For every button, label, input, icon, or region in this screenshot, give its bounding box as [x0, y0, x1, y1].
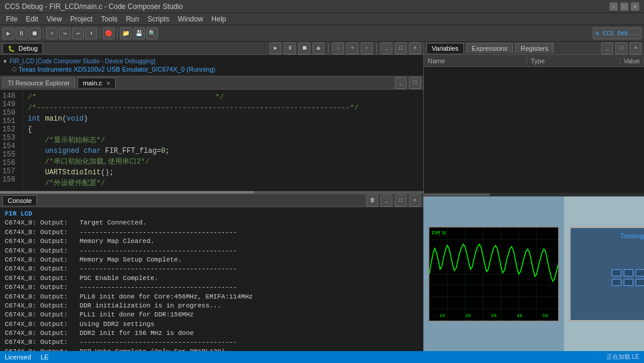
debug-toolbar-resume[interactable]: ▶: [270, 42, 281, 54]
debug-sep2: [376, 43, 377, 54]
debug-toolbar-suspend[interactable]: ⏸: [284, 42, 296, 54]
console-line-sep1: C674X_0: Output: -----------------------…: [5, 228, 419, 237]
debug-maximize[interactable]: □: [395, 42, 407, 54]
window-controls[interactable]: − □ ×: [609, 2, 639, 11]
debug-minimize[interactable]: _: [380, 42, 392, 54]
editor-scrollbar[interactable]: [0, 191, 423, 193]
vars-minimize[interactable]: _: [601, 42, 613, 54]
toolbar-btn-4[interactable]: ↷: [46, 27, 58, 39]
menu-tools[interactable]: Tools: [97, 13, 121, 24]
status-licensed: Licensed: [5, 353, 31, 361]
tab-console[interactable]: Console: [2, 195, 37, 205]
debug-icon: 🐛: [8, 45, 15, 52]
osc-x-label-1: 10: [439, 313, 445, 318]
console-label: Console: [8, 197, 32, 204]
console-line-sep4: C674X_0: Output: -----------------------…: [5, 283, 419, 292]
editor-minimize[interactable]: _: [395, 77, 407, 89]
status-right: 正在加载 LE: [606, 353, 639, 361]
debug-close[interactable]: ×: [409, 42, 421, 54]
toolbar-btn-10[interactable]: 💾: [133, 27, 145, 39]
hw-btn-3[interactable]: [636, 269, 644, 276]
hw-btn-5[interactable]: [612, 279, 621, 286]
hw-btn-6[interactable]: [624, 279, 633, 286]
debug-tree-root[interactable]: ▼ FIR_LCD [Code Composer Studio - Device…: [2, 57, 421, 65]
editor-maximize[interactable]: □: [409, 77, 421, 89]
debug-sep: [328, 43, 329, 54]
toolbar-btn-3[interactable]: ⏹: [29, 27, 41, 39]
console-line-1: C674X_0: Output: Target Connected.: [5, 219, 419, 227]
tab-expressions[interactable]: Expressions: [466, 43, 513, 53]
hw-btn-1[interactable]: [612, 269, 621, 276]
toolbar-btn-ccs[interactable]: ⚙ CCS Deb...: [593, 27, 642, 39]
toolbar-btn-8[interactable]: 🔴: [103, 27, 114, 39]
app-title: CCS Debug - FIR_LCD/main.c - Code Compos…: [5, 2, 609, 11]
hw-btn-2[interactable]: [624, 269, 633, 276]
editor-tab-bar: TI Resource Explorer main.c × _ □: [0, 76, 423, 90]
vars-close[interactable]: ×: [630, 42, 642, 54]
code-line-158: /*外设硬件配置*/: [28, 178, 421, 189]
console-line-sep2: C674X_0: Output: -----------------------…: [5, 247, 419, 256]
debug-project-label: FIR_LCD [Code Composer Studio - Device D…: [10, 58, 156, 64]
tab-main-c[interactable]: main.c ×: [78, 78, 116, 88]
console-close[interactable]: ×: [409, 195, 421, 207]
status-le-label: LE: [41, 353, 48, 361]
minimize-button[interactable]: −: [609, 2, 618, 11]
osc-x-label-4: 40: [516, 313, 522, 318]
console-maximize[interactable]: □: [395, 195, 407, 207]
hw-btn-7[interactable]: [636, 279, 644, 286]
maximize-button[interactable]: □: [620, 2, 628, 11]
registers-label: Registers: [521, 45, 548, 52]
status-le: LE: [41, 353, 48, 361]
close-button[interactable]: ×: [631, 2, 639, 11]
toolbar-btn-7[interactable]: ⬆: [85, 27, 97, 39]
console-minimize[interactable]: _: [380, 195, 392, 207]
menu-file[interactable]: File: [2, 13, 21, 24]
code-line-150: int main(void): [28, 113, 421, 124]
menu-window[interactable]: Window: [174, 13, 207, 24]
osc-x-label-3: 30: [491, 313, 497, 318]
console-clear[interactable]: 🗑: [366, 195, 378, 207]
vars-maximize[interactable]: □: [615, 42, 627, 54]
debug-toolbar-stepreturn[interactable]: ↑: [361, 42, 373, 54]
osc-x-label-5: 50: [543, 313, 549, 318]
toolbar-btn-6[interactable]: ↩: [72, 27, 84, 39]
expressions-label: Expressions: [472, 45, 507, 52]
toolbar-btn-1[interactable]: ▶: [2, 27, 14, 39]
right-panel: Variables Expressions Registers _ □ × Na…: [423, 42, 644, 351]
editor-scrollbar-thumb[interactable]: [0, 191, 254, 193]
title-bar: CCS Debug - FIR_LCD/main.c - Code Compos…: [0, 0, 644, 13]
menu-scripts[interactable]: Scripts: [144, 13, 173, 24]
vars-hscrollbar-thumb[interactable]: [424, 193, 490, 196]
debug-toolbar-disconnect[interactable]: ⏏: [312, 42, 324, 54]
console-line-2: C674X_0: Output: Memory Map Cleared.: [5, 237, 419, 246]
code-line-148: /**/: [28, 92, 421, 103]
editor-content[interactable]: 148 149 150 151 152 153 154 155 156 157 …: [0, 90, 423, 191]
menu-help[interactable]: Help: [208, 13, 230, 24]
toolbar-btn-2[interactable]: ⏸: [16, 27, 27, 39]
osc-waveform-svg: [429, 227, 558, 321]
toolbar-btn-11[interactable]: 🔍: [146, 27, 158, 39]
debug-toolbar-stop[interactable]: ⏹: [298, 42, 310, 54]
menu-project[interactable]: Project: [67, 13, 96, 24]
toolbar-btn-5[interactable]: ↪: [59, 27, 71, 39]
tab-variables[interactable]: Variables: [426, 43, 464, 53]
vars-hscrollbar[interactable]: [424, 193, 644, 196]
tab-registers[interactable]: Registers: [515, 43, 553, 53]
menu-run[interactable]: Run: [122, 13, 143, 24]
osc-label: FIR N: [432, 230, 446, 236]
debug-tree-child[interactable]: ⬡ Texas Instruments XDS100v2 USB Emulato…: [2, 65, 421, 73]
menu-edit[interactable]: Edit: [22, 13, 42, 24]
console-panel: Console 🗑 _ □ × FIR LCD C674X_0: Output:…: [0, 194, 423, 351]
debug-toolbar-stepover[interactable]: ↷: [346, 42, 358, 54]
tab-debug[interactable]: 🐛 Debug: [2, 43, 43, 53]
debug-toolbar-stepinto[interactable]: ↓: [332, 42, 344, 54]
code-line-149: /*--------------------------------------…: [28, 103, 421, 113]
menu-view[interactable]: View: [43, 13, 66, 24]
close-tab-icon[interactable]: ×: [106, 79, 110, 87]
toolbar-btn-9[interactable]: 📁: [120, 27, 132, 39]
code-content[interactable]: /**/ /*---------------------------------…: [28, 92, 421, 189]
line-numbers: 148 149 150 151 152 153 154 155 156 157 …: [2, 92, 23, 189]
debug-panel: 🐛 Debug ▶ ⏸ ⏹ ⏏ ↓ ↷ ↑ _ □ × ▼: [0, 42, 423, 76]
tab-resource-explorer[interactable]: TI Resource Explorer: [2, 78, 75, 88]
vars-col-value: Value: [620, 57, 644, 64]
